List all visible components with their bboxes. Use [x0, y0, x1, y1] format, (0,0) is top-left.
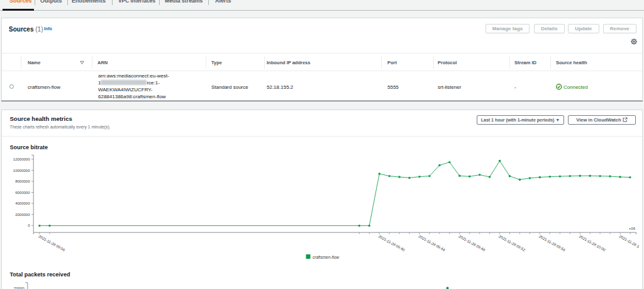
svg-text:8000000: 8000000: [15, 179, 30, 183]
svg-text:2021-11-28 09:44: 2021-11-28 09:44: [418, 234, 447, 252]
svg-text:2021-11-28 09:06: 2021-11-28 09:06: [38, 234, 66, 252]
svg-text:12000000: 12000000: [13, 157, 30, 161]
svg-text:+06: +06: [629, 227, 636, 230]
svg-text:10000000: 10000000: [13, 169, 30, 173]
svg-text:2021-11-28 09:48: 2021-11-28 09:48: [458, 234, 486, 252]
svg-text:2021-11-28 09:56: 2021-11-28 09:56: [538, 234, 567, 252]
svg-text:2021-11-28 10:04: 2021-11-28 10:04: [619, 234, 639, 252]
svg-text:6000000: 6000000: [15, 191, 30, 195]
svg-text:0: 0: [28, 224, 30, 227]
svg-text:4000000: 4000000: [15, 201, 30, 205]
svg-text:70000: 70000: [14, 286, 25, 289]
svg-text:2000000: 2000000: [15, 213, 30, 217]
svg-text:craftsmen-flow: craftsmen-flow: [313, 255, 340, 259]
svg-text:2021-11-28 10:00: 2021-11-28 10:00: [579, 234, 607, 252]
svg-text:2021-11-28 09:40: 2021-11-28 09:40: [378, 234, 406, 252]
svg-text:2021-11-28 09:52: 2021-11-28 09:52: [498, 234, 526, 252]
